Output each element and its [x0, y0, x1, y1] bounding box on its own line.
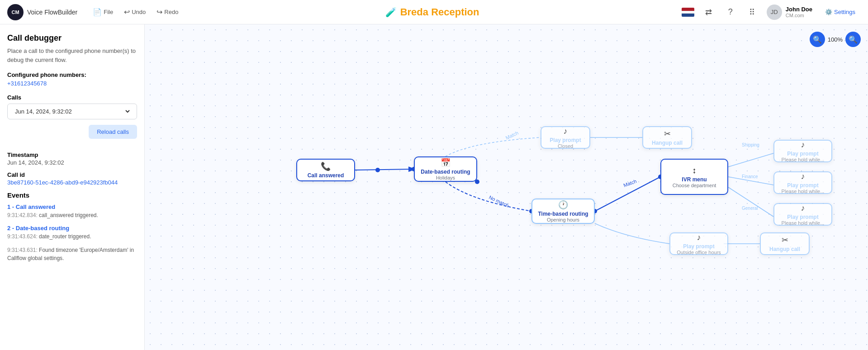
node-play-shipping[interactable]: ♪ Play prompt Please hold while...: [773, 140, 832, 162]
callid-value[interactable]: 3be87160-51ec-4286-abd9-e942923fb044: [7, 179, 137, 186]
avatar: JD: [767, 5, 782, 20]
user-area: JD John Doe CM.com: [767, 5, 812, 20]
svg-line-4: [728, 153, 773, 167]
calls-dropdown[interactable]: Jun 14, 2024, 9:32:02: [7, 104, 137, 119]
reload-calls-button[interactable]: Reload calls: [89, 125, 137, 139]
node-play-closed-title: Play prompt: [550, 137, 581, 143]
node-play-general[interactable]: ♪ Play prompt Please hold while...: [773, 203, 832, 226]
flow-icon: 🧪: [385, 7, 397, 18]
event-item-1: 1 - Call answered 9:31:42.834: call_answ…: [7, 203, 137, 219]
node-play-shipping-title: Play prompt: [787, 151, 818, 157]
sidebar-description: Place a call to the configured phone num…: [7, 47, 137, 64]
event-item-2: 2 - Date-based routing 9:31:43.624: date…: [7, 225, 137, 241]
node-hangup-closed-title: Hangup call: [652, 140, 683, 146]
grid-icon-button[interactable]: ⠿: [745, 5, 759, 19]
calls-label: Calls: [7, 94, 137, 101]
node-play-closed-subtitle: Closed: [558, 143, 573, 149]
phone-icon: 📞: [321, 161, 331, 171]
user-org: CM.com: [786, 13, 812, 18]
node-time-routing-subtitle: Opening hours: [547, 217, 579, 222]
undo-button[interactable]: ↩ Undo: [119, 5, 150, 19]
canvas[interactable]: 🔍 100% 🔍: [145, 24, 868, 350]
user-info: John Doe CM.com: [786, 6, 812, 18]
event-text-2: date_router triggered.: [39, 233, 91, 240]
node-play-finance-subtitle: Please hold while...: [782, 189, 825, 194]
event-name-2[interactable]: 2 - Date-based routing: [7, 225, 137, 232]
zoom-level: 100%: [828, 36, 843, 43]
file-icon: 📄: [93, 8, 102, 16]
event-item-3: 9:31:43.631: Found timezone 'Europe/Amst…: [7, 246, 137, 262]
node-play-outside-title: Play prompt: [683, 243, 714, 250]
settings-button[interactable]: ⚙️ Settings: [820, 6, 861, 18]
help-icon-button[interactable]: ?: [723, 5, 738, 19]
node-play-shipping-subtitle: Please hold while...: [782, 157, 825, 162]
music-icon-outside: ♪: [697, 233, 701, 242]
toolbar: 📄 File ↩ Undo ↪ Redo: [88, 5, 183, 19]
flow-title: Breda Reception: [400, 6, 479, 18]
node-time-routing-title: Time-based routing: [538, 211, 588, 217]
music-icon-finance: ♪: [801, 172, 805, 181]
event-name-1[interactable]: 1 - Call answered: [7, 203, 137, 210]
zoom-in-button[interactable]: 🔍: [845, 32, 861, 47]
settings-icon: ⚙️: [825, 9, 832, 15]
redo-icon: ↪: [157, 8, 162, 16]
node-call-answered[interactable]: 📞 Call answered: [296, 159, 355, 181]
svg-text:General: General: [742, 206, 758, 211]
logo-area: CM Voice FlowBuilder: [7, 4, 77, 20]
sidebar: Call debugger Place a call to the config…: [0, 24, 145, 350]
event-text-1: call_answered triggered.: [39, 212, 98, 218]
flow-connections-svg: Match No match Match Shipping Finance Ge…: [145, 24, 868, 350]
zoom-controls: 🔍 100% 🔍: [810, 32, 861, 47]
sidebar-title: Call debugger: [7, 33, 137, 43]
hangup-icon-closed: ✂: [664, 129, 671, 139]
node-play-general-subtitle: Please hold while...: [782, 220, 825, 226]
event-detail-2: 9:31:43.624: date_router triggered.: [7, 232, 137, 241]
svg-line-0: [355, 169, 414, 170]
node-date-routing[interactable]: 📅 Date-based routing Holidays: [414, 156, 477, 182]
app-name: Voice FlowBuilder: [27, 9, 77, 16]
redo-button[interactable]: ↪ Redo: [152, 5, 183, 19]
topbar: CM Voice FlowBuilder 📄 File ↩ Undo ↪ Red…: [0, 0, 868, 24]
svg-text:No match: No match: [488, 194, 510, 208]
ivr-icon: ↕: [693, 166, 697, 175]
calendar-icon: 📅: [441, 158, 451, 168]
event-detail-1: 9:31:42.834: call_answered triggered.: [7, 211, 137, 219]
user-name: John Doe: [786, 6, 812, 13]
svg-point-7: [375, 168, 380, 172]
music-icon-shipping: ♪: [801, 140, 805, 150]
file-button[interactable]: 📄 File: [88, 5, 118, 19]
node-play-outside-subtitle: Outside office hours: [677, 250, 721, 255]
phone-number: +31612345678: [7, 80, 137, 87]
node-hangup-outside[interactable]: ✂ Hangup call: [760, 232, 810, 255]
callid-label: Call id: [7, 171, 137, 178]
node-ivr-title: IVR menu: [682, 176, 707, 183]
svg-text:Shipping: Shipping: [742, 142, 759, 147]
logo-icon: CM: [7, 4, 24, 20]
node-ivr-subtitle: Choose department: [673, 183, 716, 188]
node-hangup-outside-title: Hangup call: [769, 246, 800, 252]
main: Call debugger Place a call to the config…: [0, 24, 868, 350]
undo-icon: ↩: [124, 8, 130, 16]
clock-icon: 🕐: [558, 200, 568, 210]
event-detail-3: 9:31:43.631: Found timezone 'Europe/Amst…: [7, 246, 137, 262]
zoom-out-button[interactable]: 🔍: [810, 32, 825, 47]
music-icon-general: ♪: [801, 203, 805, 213]
node-ivr-menu[interactable]: ↕ IVR menu Choose department: [660, 159, 728, 195]
calls-select[interactable]: Jun 14, 2024, 9:32:02: [13, 108, 131, 115]
node-date-routing-subtitle: Holidays: [436, 175, 455, 180]
hangup-icon-outside: ✂: [782, 235, 788, 245]
node-hangup-closed[interactable]: ✂ Hangup call: [642, 126, 692, 149]
node-play-finance[interactable]: ♪ Play prompt Please hold while...: [773, 171, 832, 194]
node-time-routing[interactable]: 🕐 Time-based routing Opening hours: [531, 199, 595, 224]
svg-text:Match: Match: [623, 178, 637, 188]
right-area: ⇄ ? ⠿ JD John Doe CM.com ⚙️ Settings: [682, 5, 861, 20]
node-play-closed[interactable]: ♪ Play prompt Closed: [541, 126, 590, 149]
node-date-routing-title: Date-based routing: [421, 169, 470, 175]
flow-title-area: 🧪 Breda Reception: [183, 6, 681, 18]
svg-text:Match: Match: [505, 130, 519, 141]
transfer-icon-button[interactable]: ⇄: [702, 5, 716, 19]
node-play-finance-title: Play prompt: [787, 182, 818, 189]
music-icon-closed: ♪: [564, 127, 568, 136]
timestamp-section: Timestamp Jun 14, 2024, 9:32:02 Call id …: [7, 151, 137, 186]
node-play-outside[interactable]: ♪ Play prompt Outside office hours: [669, 232, 728, 255]
